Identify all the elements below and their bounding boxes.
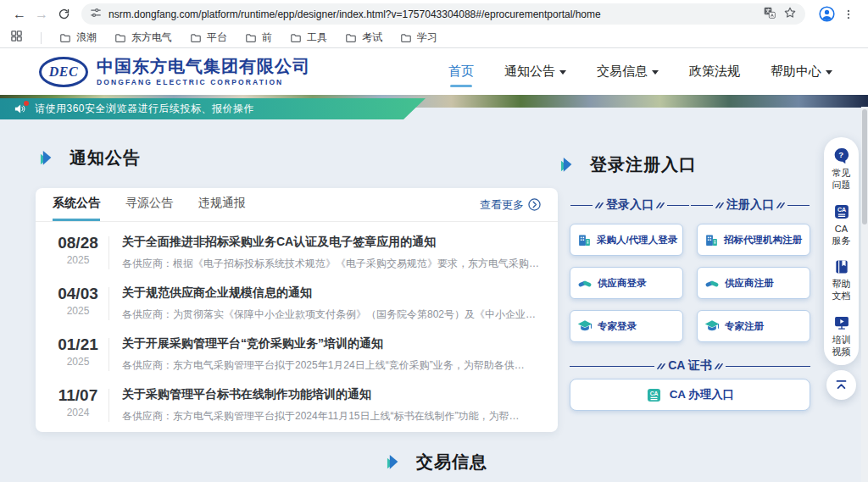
back-icon[interactable]: ←	[8, 3, 31, 25]
entry-group-headers: 登录入口 注册入口	[570, 197, 810, 213]
apps-grid-icon[interactable]	[10, 30, 23, 46]
notice-title[interactable]: 关于开展采购管理平台“竞价采购业务”培训的通知	[122, 336, 542, 352]
notice-date-md: 08/28	[47, 234, 108, 252]
notice-title[interactable]: 关于采购管理平台标书在线制作功能培训的通知	[122, 387, 542, 402]
group-title-text: 登录入口	[606, 197, 654, 213]
notice-date: 04/03 2025	[47, 285, 108, 327]
notice-row[interactable]: 08/28 2025 关于全面推进非招标采购业务CA认证及电子签章应用的通知 各…	[36, 225, 542, 276]
bookmark-star-icon[interactable]	[783, 6, 797, 23]
video-screen-icon	[833, 314, 850, 331]
graduation-cap-icon	[704, 319, 720, 334]
help-docs-item[interactable]: 帮助文档	[832, 258, 851, 302]
slash-ornament	[717, 202, 722, 208]
url-text[interactable]: nsrm.dongfang.com/platform/runtime/epp/d…	[108, 8, 756, 20]
notice-date-year: 2024	[47, 407, 108, 418]
faq-item[interactable]: ? 常见问题	[832, 147, 851, 191]
supplier-register-button[interactable]: 供应商注册	[697, 267, 810, 299]
profile-avatar[interactable]	[815, 3, 837, 25]
browser-menu-icon[interactable]	[837, 3, 860, 25]
scrollbar-thumb[interactable]	[862, 109, 867, 224]
notice-date-year: 2025	[47, 356, 108, 368]
divider	[787, 205, 810, 206]
notice-title[interactable]: 关于全面推进非招标采购业务CA认证及电子签章应用的通知	[122, 235, 542, 250]
notice-row[interactable]: 04/03 2025 关于规范供应商企业规模信息的通知 各供应商：为贯彻落实《保…	[36, 276, 542, 327]
nav-item-policies[interactable]: 政策法规	[689, 64, 740, 80]
bookmark-folder[interactable]: 平台	[190, 30, 227, 45]
company-logo[interactable]: DEC 中国东方电气集团有限公司 DONGFANG ELECTRIC CORPO…	[39, 57, 310, 87]
speaker-icon	[14, 102, 27, 116]
notice-row[interactable]: 01/21 2025 关于开展采购管理平台“竞价采购业务”培训的通知 各供应商：…	[36, 327, 542, 378]
url-bar[interactable]: nsrm.dongfang.com/platform/runtime/epp/d…	[81, 3, 805, 25]
main-nav: 首页 通知公告 交易信息 政策法规 帮助中心	[448, 64, 832, 80]
expert-register-button[interactable]: 专家注册	[697, 310, 810, 342]
bookmark-label: 工具	[307, 30, 327, 45]
divider	[108, 338, 109, 371]
entry-button-label: 专家登录	[598, 320, 637, 333]
reload-icon[interactable]	[53, 3, 75, 25]
tab-system-notices[interactable]: 系统公告	[53, 188, 100, 221]
handshake-icon	[704, 275, 720, 291]
scrollbar-track[interactable]	[861, 107, 868, 482]
help-docs-label: 帮助文档	[832, 278, 851, 302]
notice-date-year: 2025	[47, 254, 108, 266]
browser-chrome: ← → nsrm.dongfang.com/platform/runtime/e…	[0, 0, 868, 48]
login-group-title: 登录入口	[570, 197, 690, 213]
bookmarks-bar: 浪潮 东方电气 平台 前 工具 考试 学习	[0, 28, 868, 47]
entry-button-label: 供应商注册	[725, 277, 774, 290]
section-arrow-icon	[559, 155, 579, 175]
notice-date-year: 2025	[47, 305, 108, 317]
bidding-agency-register-button[interactable]: 招标代理机构注册	[697, 224, 810, 256]
banner-text: 请使用360安全浏览器进行后续投标、报价操作	[35, 102, 254, 116]
chevron-down-icon	[826, 70, 832, 75]
notice-title[interactable]: 关于规范供应商企业规模信息的通知	[122, 285, 542, 301]
browser-toolbar: ← → nsrm.dongfang.com/platform/runtime/e…	[0, 0, 868, 28]
book-icon	[833, 258, 850, 275]
ca-service-item[interactable]: CA CA服务	[832, 203, 851, 247]
notice-row[interactable]: 11/07 2024 关于采购管理平台标书在线制作功能培训的通知 各供应商：东方…	[36, 378, 542, 429]
entry-button-label: 专家注册	[725, 320, 764, 333]
site-settings-icon[interactable]	[90, 7, 102, 22]
view-more-link[interactable]: 查看更多	[480, 197, 541, 213]
entry-button-label: 供应商登录	[598, 277, 647, 290]
nav-item-trade-info[interactable]: 交易信息	[597, 64, 659, 80]
forward-icon[interactable]: →	[31, 3, 53, 25]
bookmark-folder[interactable]: 浪潮	[59, 30, 97, 45]
section-arrow-icon	[386, 452, 405, 472]
question-mark-text: ?	[838, 150, 843, 159]
faq-label: 常见问题	[832, 167, 851, 191]
dec-logo-text: DEC	[49, 64, 78, 80]
nav-item-help-center[interactable]: 帮助中心	[771, 64, 832, 80]
slash-ornament	[658, 202, 663, 208]
supplier-login-button[interactable]: 供应商登录	[570, 267, 683, 299]
page: ← → nsrm.dongfang.com/platform/runtime/e…	[0, 0, 868, 482]
ca-apply-button[interactable]: CA CA 办理入口	[570, 379, 810, 411]
divider	[108, 389, 109, 422]
bookmark-folder[interactable]: 学习	[400, 30, 437, 45]
chevron-down-icon	[652, 70, 659, 75]
training-videos-item[interactable]: 培训视频	[832, 314, 851, 358]
bookmark-folder[interactable]: 前	[245, 30, 272, 45]
nav-item-notices[interactable]: 通知公告	[504, 64, 566, 80]
bookmark-folder[interactable]: 工具	[290, 30, 327, 45]
expert-login-button[interactable]: 专家登录	[570, 310, 683, 342]
back-to-top-button[interactable]	[826, 370, 856, 400]
notice-desc: 各供应商：东方电气采购管理平台拟于2024年11月15日上线“标书在线制作”功能…	[122, 409, 542, 424]
question-bubble-icon: ?	[832, 147, 850, 164]
bookmark-folder[interactable]: 东方电气	[114, 30, 172, 45]
ca-badge-icon: CA	[833, 203, 850, 220]
tab-sourcing-notices[interactable]: 寻源公告	[125, 188, 173, 221]
nav-label: 交易信息	[597, 64, 648, 80]
building-icon	[577, 233, 592, 247]
site-header: DEC 中国东方电气集团有限公司 DONGFANG ELECTRIC CORPO…	[0, 48, 868, 95]
buyer-agent-login-button[interactable]: 采购人/代理人登录	[570, 224, 683, 256]
nav-item-home[interactable]: 首页	[448, 64, 474, 80]
translate-icon[interactable]	[763, 6, 776, 23]
bookmark-label: 平台	[207, 30, 227, 45]
notice-desc: 各供应商：为贯彻落实《保障中小企业款项支付条例》（国务院令第802号）及《中小企…	[122, 307, 542, 322]
bookmark-folder[interactable]: 考试	[345, 30, 382, 45]
divider	[726, 366, 810, 367]
tab-violation-reports[interactable]: 违规通报	[198, 188, 246, 221]
ca-badge-icon: CA	[646, 387, 662, 403]
notice-card: 系统公告 寻源公告 违规通报 查看更多 08/28 2025 关于全面推进非招标…	[36, 188, 558, 432]
graduation-cap-icon	[577, 319, 593, 334]
